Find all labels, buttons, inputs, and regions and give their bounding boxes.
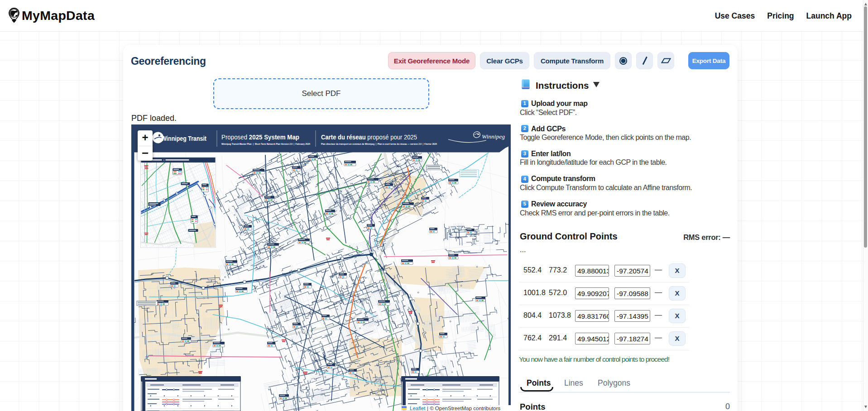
svg-text:Winnipeg Transit: Winnipeg Transit [161, 135, 206, 142]
svg-text:Winnipeg Transit Master Plan: Winnipeg Transit Master Plan | Short Ter… [221, 142, 310, 145]
svg-text:| © OpenStreetMap contributors: | © OpenStreetMap contributors [427, 406, 501, 411]
svg-text:Winnipeg: Winnipeg [482, 133, 505, 140]
svg-text:Proposed 2025 System Map: Proposed 2025 System Map [221, 133, 299, 141]
svg-text:Leaflet: Leaflet [410, 406, 426, 411]
svg-text:Plan directeur du transport en: Plan directeur du transport en commun de… [321, 142, 437, 145]
svg-text:Carte du réseau proposé pour 2: Carte du réseau proposé pour 2025 [321, 133, 417, 141]
